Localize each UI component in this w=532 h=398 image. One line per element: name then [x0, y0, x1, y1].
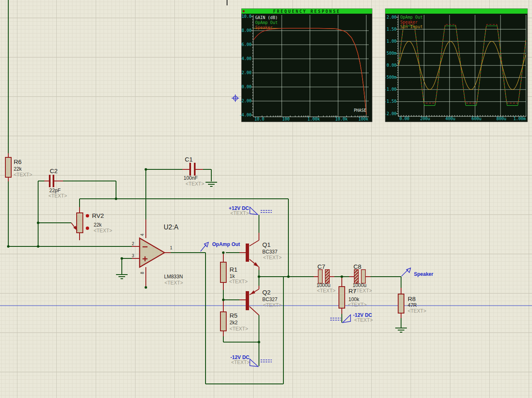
svg-text:0.00: 0.00 [242, 84, 251, 89]
opamp-U2A[interactable]: U2:A LM833N <TEXT> 2 3 1 4 8 [132, 224, 183, 286]
power-text-placeholder: <TEXT> [354, 317, 373, 323]
resistor-body[interactable] [220, 262, 226, 282]
part-text-placeholder: <TEXT> [229, 279, 248, 285]
svg-text:800u: 800u [496, 116, 506, 121]
power-terminal-icon [343, 315, 351, 323]
part-ref: Q2 [262, 289, 271, 296]
graph-title-bar[interactable] [385, 9, 527, 14]
graph-window-icon [243, 10, 245, 12]
probe-arrow-icon [406, 268, 411, 273]
power-text-placeholder: <TEXT> [230, 210, 249, 216]
pot-indicator-dot [86, 214, 89, 217]
pin-number: 8 [140, 272, 145, 274]
voltage-probe-speaker[interactable]: Speaker [401, 268, 433, 277]
pot-indicator-dot [86, 227, 89, 230]
svg-text:-4.00: -4.00 [239, 113, 251, 117]
svg-text:4.00: 4.00 [242, 56, 251, 61]
svg-text:100: 100 [282, 117, 290, 121]
svg-text:-500m: -500m [384, 75, 397, 80]
svg-text:0.00: 0.00 [399, 116, 409, 121]
junction-dot [145, 286, 147, 289]
cap-plate[interactable] [189, 163, 191, 176]
junction-dot [7, 245, 10, 248]
part-value: 22k [94, 222, 102, 228]
junction-dot [115, 198, 117, 200]
part-ref: C8 [353, 263, 361, 270]
cap-plate-polarized[interactable] [325, 270, 329, 283]
part-ref: R6 [14, 158, 22, 165]
part-value: 100nF [184, 175, 198, 181]
resistor-R6[interactable]: R6 22k <TEXT> [5, 157, 32, 178]
power-terminal-minus12-r7[interactable]: -12V DC <TEXT> [330, 312, 373, 323]
part-text-placeholder: <TEXT> [48, 193, 67, 199]
transient-analysis-graph[interactable]: 2.001.501.00500m0.00-500m-1.00-1.50-2.00… [384, 9, 527, 122]
svg-text:-2.00: -2.00 [384, 111, 397, 116]
svg-text:-1.00: -1.00 [384, 87, 397, 92]
svg-text:1.50: 1.50 [387, 27, 397, 31]
graph-title: FREQUENCY RESPONSE [273, 9, 340, 14]
svg-text:100k: 100k [358, 117, 368, 121]
resistor-R1[interactable]: R1 1k <TEXT> [220, 262, 248, 285]
part-text-placeholder: <TEXT> [348, 302, 367, 308]
part-ref: R7 [348, 287, 356, 294]
part-value: 2k2 [230, 320, 238, 326]
svg-text:PHASE: PHASE [354, 108, 366, 113]
part-ref: R5 [230, 312, 237, 319]
part-ref: C7 [317, 263, 325, 270]
voltage-probe-opamp-out[interactable]: OpAmp Out [201, 241, 240, 251]
power-terminal-icon [250, 207, 258, 215]
svg-text:600u: 600u [472, 116, 481, 121]
opamp-triangle[interactable] [140, 238, 164, 267]
schematic-canvas[interactable]: R6 22k <TEXT> C2 22pF <TEXT> RV2 22k <TE… [0, 0, 532, 398]
resistor-R5[interactable]: R5 2k2 <TEXT> [220, 312, 248, 332]
cap-plate[interactable] [318, 270, 322, 283]
cap-plate[interactable] [49, 175, 51, 187]
resistor-R8[interactable]: R8 47R <TEXT> [398, 294, 426, 314]
pin-number: 4 [140, 234, 145, 236]
junction-dot [222, 299, 225, 301]
svg-text:10.0k: 10.0k [335, 117, 348, 121]
capacitor-C7[interactable]: C7 1000u <TEXT> [317, 263, 336, 294]
svg-text:0.00: 0.00 [387, 63, 397, 68]
part-ref: R1 [230, 266, 237, 273]
frequency-response-graph[interactable]: FREQUENCY RESPONSE10.08.006.004.002.000.… [239, 9, 372, 122]
resistor-body[interactable] [398, 294, 404, 313]
capacitor-C2[interactable]: C2 22pF <TEXT> [48, 167, 67, 199]
pin-number: 3 [132, 253, 134, 258]
power-terminal-plus12[interactable]: +12V DC <TEXT> [229, 205, 272, 216]
transistor-base-bar[interactable] [246, 244, 249, 262]
svg-text:10.0: 10.0 [242, 14, 251, 19]
junction-dot [121, 257, 123, 260]
transistor-Q2[interactable]: Q2 BC327 <TEXT> [246, 289, 282, 310]
part-value: 1k [230, 273, 235, 279]
junction-dot [287, 275, 290, 278]
capacitor-C1[interactable]: C1 100nF <TEXT> [184, 156, 204, 187]
resistor-body[interactable] [220, 312, 226, 331]
power-terminal-icon [250, 359, 258, 367]
svg-text:500m: 500m [387, 51, 397, 55]
cap-plate[interactable] [361, 270, 365, 283]
part-ref: RV2 [92, 212, 104, 219]
cap-plate-polarized[interactable] [354, 270, 358, 283]
cap-plate[interactable] [194, 163, 196, 176]
pot-body[interactable] [77, 213, 83, 233]
svg-text:Speaker: Speaker [255, 25, 273, 30]
resistor-body[interactable] [5, 157, 11, 177]
part-ref: C1 [185, 156, 193, 163]
junction-dot [258, 275, 260, 278]
junction-dot [37, 222, 39, 224]
transistor-base-bar[interactable] [246, 291, 249, 310]
svg-text:1.00m: 1.00m [513, 116, 526, 121]
part-value: 22pF [49, 188, 60, 193]
part-value: 1000u [317, 282, 330, 288]
part-text-placeholder: <TEXT> [14, 172, 32, 178]
resistor-body[interactable] [339, 287, 345, 308]
power-terminal-minus12-output[interactable]: -12V DC <TEXT> [230, 355, 272, 367]
svg-text:6.00: 6.00 [242, 42, 251, 47]
cap-plate[interactable] [53, 175, 54, 187]
potentiometer-RV2[interactable]: RV2 22k <TEXT> [71, 212, 112, 234]
part-text-placeholder: <TEXT> [263, 302, 282, 308]
svg-text:2.00: 2.00 [387, 15, 397, 19]
pin-number: 2 [132, 241, 134, 246]
svg-text:1.00: 1.00 [387, 39, 397, 43]
